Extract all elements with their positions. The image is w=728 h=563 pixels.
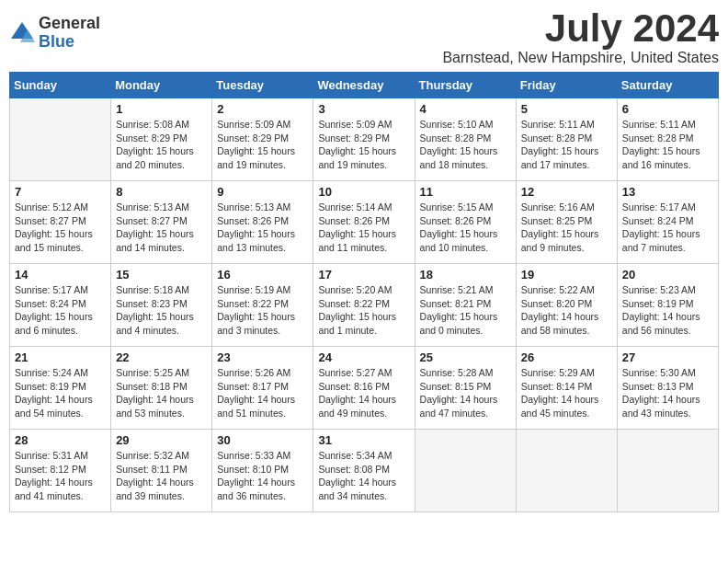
day-number: 3 bbox=[318, 102, 409, 116]
week-row-5: 28Sunrise: 5:31 AM Sunset: 8:12 PM Dayli… bbox=[10, 430, 719, 512]
day-info: Sunrise: 5:33 AM Sunset: 8:10 PM Dayligh… bbox=[217, 449, 308, 503]
day-info: Sunrise: 5:26 AM Sunset: 8:17 PM Dayligh… bbox=[217, 366, 308, 420]
logo: General Blue bbox=[9, 15, 100, 52]
day-number: 1 bbox=[116, 102, 207, 116]
day-info: Sunrise: 5:30 AM Sunset: 8:13 PM Dayligh… bbox=[622, 366, 713, 420]
calendar-cell bbox=[516, 430, 617, 512]
calendar-cell: 25Sunrise: 5:28 AM Sunset: 8:15 PM Dayli… bbox=[415, 347, 516, 430]
day-info: Sunrise: 5:25 AM Sunset: 8:18 PM Dayligh… bbox=[116, 366, 207, 420]
day-info: Sunrise: 5:31 AM Sunset: 8:12 PM Dayligh… bbox=[15, 449, 106, 503]
day-info: Sunrise: 5:15 AM Sunset: 8:26 PM Dayligh… bbox=[420, 201, 511, 255]
calendar-header: SundayMondayTuesdayWednesdayThursdayFrid… bbox=[10, 73, 719, 98]
week-row-2: 7Sunrise: 5:12 AM Sunset: 8:27 PM Daylig… bbox=[10, 181, 719, 264]
calendar-cell: 13Sunrise: 5:17 AM Sunset: 8:24 PM Dayli… bbox=[617, 181, 718, 264]
day-number: 10 bbox=[318, 185, 409, 199]
calendar-cell: 23Sunrise: 5:26 AM Sunset: 8:17 PM Dayli… bbox=[212, 347, 313, 430]
calendar-cell: 11Sunrise: 5:15 AM Sunset: 8:26 PM Dayli… bbox=[415, 181, 516, 264]
calendar-body: 1Sunrise: 5:08 AM Sunset: 8:29 PM Daylig… bbox=[10, 98, 719, 512]
calendar-cell: 1Sunrise: 5:08 AM Sunset: 8:29 PM Daylig… bbox=[111, 98, 212, 181]
day-number: 17 bbox=[318, 268, 409, 282]
day-number: 8 bbox=[116, 185, 207, 199]
calendar-cell: 31Sunrise: 5:34 AM Sunset: 8:08 PM Dayli… bbox=[313, 430, 415, 512]
day-number: 20 bbox=[622, 268, 713, 282]
weekday-header-tuesday: Tuesday bbox=[212, 73, 313, 98]
day-info: Sunrise: 5:28 AM Sunset: 8:15 PM Dayligh… bbox=[420, 366, 511, 420]
week-row-4: 21Sunrise: 5:24 AM Sunset: 8:19 PM Dayli… bbox=[10, 347, 719, 430]
day-info: Sunrise: 5:32 AM Sunset: 8:11 PM Dayligh… bbox=[116, 449, 207, 503]
weekday-header-monday: Monday bbox=[111, 73, 212, 98]
day-number: 16 bbox=[217, 268, 308, 282]
day-info: Sunrise: 5:12 AM Sunset: 8:27 PM Dayligh… bbox=[15, 201, 106, 255]
day-info: Sunrise: 5:22 AM Sunset: 8:20 PM Dayligh… bbox=[521, 283, 612, 338]
day-number: 27 bbox=[622, 350, 713, 364]
day-info: Sunrise: 5:34 AM Sunset: 8:08 PM Dayligh… bbox=[318, 449, 409, 503]
day-number: 23 bbox=[217, 350, 308, 364]
day-number: 5 bbox=[521, 102, 612, 116]
calendar-cell: 2Sunrise: 5:09 AM Sunset: 8:29 PM Daylig… bbox=[212, 98, 313, 181]
day-info: Sunrise: 5:19 AM Sunset: 8:22 PM Dayligh… bbox=[217, 283, 308, 338]
calendar-cell: 28Sunrise: 5:31 AM Sunset: 8:12 PM Dayli… bbox=[10, 430, 111, 512]
calendar-cell: 21Sunrise: 5:24 AM Sunset: 8:19 PM Dayli… bbox=[10, 347, 111, 430]
calendar-cell: 19Sunrise: 5:22 AM Sunset: 8:20 PM Dayli… bbox=[516, 264, 617, 347]
weekday-header-friday: Friday bbox=[516, 73, 617, 98]
day-number: 4 bbox=[420, 102, 511, 116]
location: Barnstead, New Hampshire, United States bbox=[442, 50, 719, 66]
calendar-cell bbox=[415, 430, 516, 512]
calendar-cell: 17Sunrise: 5:20 AM Sunset: 8:22 PM Dayli… bbox=[313, 264, 415, 347]
calendar-cell: 20Sunrise: 5:23 AM Sunset: 8:19 PM Dayli… bbox=[617, 264, 718, 347]
day-info: Sunrise: 5:17 AM Sunset: 8:24 PM Dayligh… bbox=[622, 201, 713, 255]
title-area: July 2024 Barnstead, New Hampshire, Unit… bbox=[442, 9, 719, 66]
header: General Blue July 2024 Barnstead, New Ha… bbox=[9, 9, 719, 66]
calendar-cell bbox=[617, 430, 718, 512]
week-row-1: 1Sunrise: 5:08 AM Sunset: 8:29 PM Daylig… bbox=[10, 98, 719, 181]
calendar-cell: 16Sunrise: 5:19 AM Sunset: 8:22 PM Dayli… bbox=[212, 264, 313, 347]
day-info: Sunrise: 5:17 AM Sunset: 8:24 PM Dayligh… bbox=[15, 283, 106, 338]
calendar-cell: 9Sunrise: 5:13 AM Sunset: 8:26 PM Daylig… bbox=[212, 181, 313, 264]
weekday-header-sunday: Sunday bbox=[10, 73, 111, 98]
day-number: 6 bbox=[622, 102, 713, 116]
calendar-cell: 14Sunrise: 5:17 AM Sunset: 8:24 PM Dayli… bbox=[10, 264, 111, 347]
logo-general: General bbox=[39, 15, 100, 33]
calendar-cell: 5Sunrise: 5:11 AM Sunset: 8:28 PM Daylig… bbox=[516, 98, 617, 181]
calendar-cell: 29Sunrise: 5:32 AM Sunset: 8:11 PM Dayli… bbox=[111, 430, 212, 512]
month-title: July 2024 bbox=[442, 9, 719, 48]
day-number: 25 bbox=[420, 350, 511, 364]
calendar-cell bbox=[10, 98, 111, 181]
day-number: 14 bbox=[15, 268, 106, 282]
day-number: 26 bbox=[521, 350, 612, 364]
day-info: Sunrise: 5:13 AM Sunset: 8:26 PM Dayligh… bbox=[217, 201, 308, 255]
day-info: Sunrise: 5:08 AM Sunset: 8:29 PM Dayligh… bbox=[116, 118, 207, 172]
logo-blue: Blue bbox=[39, 33, 100, 52]
weekday-header-thursday: Thursday bbox=[415, 73, 516, 98]
calendar-cell: 6Sunrise: 5:11 AM Sunset: 8:28 PM Daylig… bbox=[617, 98, 718, 181]
logo-text: General Blue bbox=[39, 15, 100, 52]
day-info: Sunrise: 5:21 AM Sunset: 8:21 PM Dayligh… bbox=[420, 283, 511, 338]
calendar-cell: 22Sunrise: 5:25 AM Sunset: 8:18 PM Dayli… bbox=[111, 347, 212, 430]
calendar-cell: 24Sunrise: 5:27 AM Sunset: 8:16 PM Dayli… bbox=[313, 347, 415, 430]
day-number: 2 bbox=[217, 102, 308, 116]
calendar-cell: 8Sunrise: 5:13 AM Sunset: 8:27 PM Daylig… bbox=[111, 181, 212, 264]
calendar-cell: 4Sunrise: 5:10 AM Sunset: 8:28 PM Daylig… bbox=[415, 98, 516, 181]
day-info: Sunrise: 5:11 AM Sunset: 8:28 PM Dayligh… bbox=[521, 118, 612, 172]
calendar-cell: 27Sunrise: 5:30 AM Sunset: 8:13 PM Dayli… bbox=[617, 347, 718, 430]
day-number: 19 bbox=[521, 268, 612, 282]
day-number: 18 bbox=[420, 268, 511, 282]
day-info: Sunrise: 5:20 AM Sunset: 8:22 PM Dayligh… bbox=[318, 283, 409, 338]
week-row-3: 14Sunrise: 5:17 AM Sunset: 8:24 PM Dayli… bbox=[10, 264, 719, 347]
day-number: 11 bbox=[420, 185, 511, 199]
day-info: Sunrise: 5:13 AM Sunset: 8:27 PM Dayligh… bbox=[116, 201, 207, 255]
day-number: 7 bbox=[15, 185, 106, 199]
day-info: Sunrise: 5:27 AM Sunset: 8:16 PM Dayligh… bbox=[318, 366, 409, 420]
day-info: Sunrise: 5:14 AM Sunset: 8:26 PM Dayligh… bbox=[318, 201, 409, 255]
day-info: Sunrise: 5:09 AM Sunset: 8:29 PM Dayligh… bbox=[217, 118, 308, 172]
weekday-row: SundayMondayTuesdayWednesdayThursdayFrid… bbox=[10, 73, 719, 98]
day-number: 22 bbox=[116, 350, 207, 364]
day-number: 15 bbox=[116, 268, 207, 282]
logo-icon bbox=[9, 20, 35, 46]
day-info: Sunrise: 5:09 AM Sunset: 8:29 PM Dayligh… bbox=[318, 118, 409, 172]
calendar-table: SundayMondayTuesdayWednesdayThursdayFrid… bbox=[9, 72, 719, 512]
day-number: 21 bbox=[15, 350, 106, 364]
day-info: Sunrise: 5:10 AM Sunset: 8:28 PM Dayligh… bbox=[420, 118, 511, 172]
day-info: Sunrise: 5:16 AM Sunset: 8:25 PM Dayligh… bbox=[521, 201, 612, 255]
day-info: Sunrise: 5:29 AM Sunset: 8:14 PM Dayligh… bbox=[521, 366, 612, 420]
